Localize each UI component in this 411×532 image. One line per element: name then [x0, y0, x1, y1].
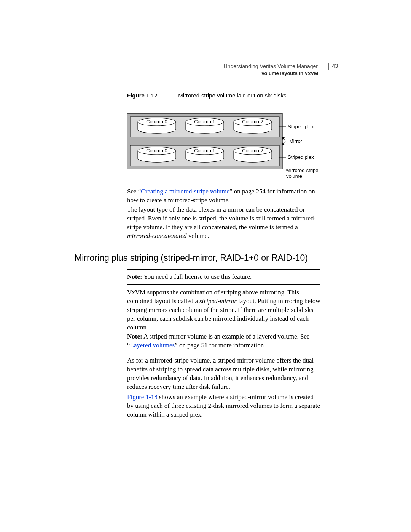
header-section: Volume layouts in VxVM — [261, 70, 329, 76]
col-label: Column 2 — [242, 119, 263, 125]
section-heading: Mirroring plus striping (striped-mirror,… — [75, 253, 308, 263]
disk-top-2: Column 2 — [234, 118, 272, 133]
paragraph-3: VxVM supports the combination of stripin… — [127, 288, 320, 332]
link-layered-volumes[interactable]: Layered volumes — [130, 342, 175, 349]
note-2: Note: A striped-mirror volume is an exam… — [127, 329, 320, 353]
ann-volume: Mirrored-stripevolume — [286, 168, 319, 179]
ann-mirror: Mirror — [289, 138, 303, 144]
page: Understanding Veritas Volume Manager Vol… — [0, 0, 411, 532]
paragraph-2: The layout type of the data plexes in a … — [127, 206, 320, 241]
figure-caption-text: Mirrored-stripe volume laid out on six d… — [178, 92, 286, 99]
paragraph-4: As for a mirrored-stripe volume, a strip… — [127, 356, 320, 391]
note-1: Note: You need a full license to use thi… — [127, 269, 320, 285]
header-chapter: Understanding Veritas Volume Manager — [224, 63, 329, 70]
paragraph-1: See “Creating a mirrored-stripe volume” … — [127, 187, 320, 205]
page-number: 43 — [332, 63, 338, 69]
figure-label: Figure 1-17 — [127, 92, 158, 99]
link-figure-1-18[interactable]: Figure 1-18 — [127, 393, 158, 401]
ann-striped-plex-1: Striped plex — [288, 124, 314, 129]
disk-bot-0: Column 0 — [138, 147, 176, 162]
disk-bot-2: Column 2 — [234, 147, 272, 162]
link-creating-mirrored-stripe[interactable]: Creating a mirrored-stripe volume — [141, 188, 229, 195]
disk-bot-1: Column 1 — [186, 147, 224, 162]
col-label: Column 2 — [242, 148, 263, 153]
figure-caption: Figure 1-17 Mirrored-stripe volume laid … — [127, 92, 286, 99]
disk-top-1: Column 1 — [186, 118, 224, 133]
page-header: Understanding Veritas Volume Manager Vol… — [224, 63, 329, 77]
col-label: Column 1 — [194, 148, 215, 153]
ann-striped-plex-2: Striped plex — [288, 154, 314, 160]
col-label: Column 1 — [194, 119, 215, 125]
disk-top-0: Column 0 — [138, 118, 176, 133]
col-label: Column 0 — [146, 119, 167, 125]
col-label: Column 0 — [146, 148, 167, 153]
figure-diagram: Column 0 Column 1 Column 2 Column 0 Colu… — [127, 113, 333, 182]
paragraph-5: Figure 1-18 shows an example where a str… — [127, 393, 320, 419]
